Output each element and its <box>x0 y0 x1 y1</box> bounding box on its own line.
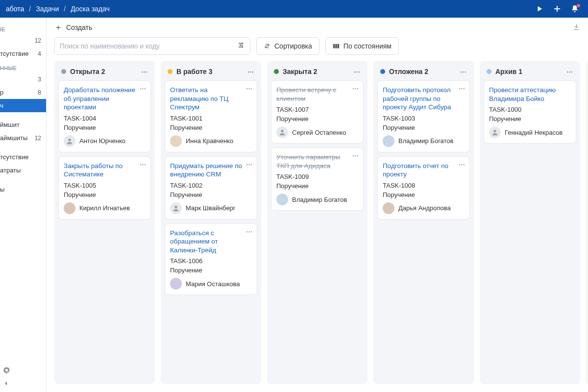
task-card[interactable]: ⋯Закрыть работы по СистематикеTASK-1005П… <box>58 156 151 220</box>
card-menu-icon[interactable]: ⋯ <box>246 85 253 92</box>
column-title: В работе 3 <box>168 68 213 75</box>
task-card[interactable]: ⋯Доработать положение об управлении прое… <box>58 80 151 152</box>
assignee-name: Марк Швайнберг <box>186 204 236 212</box>
card-type: Поручение <box>276 182 358 190</box>
assignee-name: Дарья Андропова <box>398 204 451 212</box>
card-menu-icon[interactable]: ⋯ <box>140 161 147 168</box>
sidebar-item[interactable] <box>0 145 46 150</box>
plus-icon: ＋ <box>54 23 62 33</box>
play-icon[interactable] <box>535 4 544 13</box>
status-dot <box>380 69 385 74</box>
board-column: Открыта 2⋯⋯Доработать положение об управ… <box>54 61 155 384</box>
column-menu-icon[interactable]: ⋯ <box>247 68 254 75</box>
sidebar-item[interactable]: ы <box>0 183 46 196</box>
task-card[interactable]: ⋯Подготовить отчет по проектуTASK-1008По… <box>377 156 470 220</box>
sidebar-count: 3 <box>38 76 41 83</box>
task-card[interactable]: Провести аттестацию Владимира БойкоTASK-… <box>484 80 576 144</box>
sidebar-item[interactable]: 3 <box>0 73 46 86</box>
sidebar-item[interactable]: ч <box>0 99 46 112</box>
plus-icon[interactable] <box>553 4 562 13</box>
avatar <box>276 126 288 138</box>
column-menu-icon[interactable]: ⋯ <box>460 68 467 75</box>
status-dot <box>61 69 66 74</box>
sidebar-item[interactable]: 12 <box>0 34 46 47</box>
sidebar-item[interactable] <box>0 177 46 183</box>
gear-icon[interactable] <box>3 367 10 375</box>
sidebar-label: аймшиты <box>0 134 27 142</box>
svg-point-2 <box>242 47 243 48</box>
task-card[interactable]: ⋯Подготовить протокол рабочей группы по … <box>377 80 470 152</box>
sidebar-item[interactable]: тсутствие <box>0 150 46 164</box>
column-title: Открыта 2 <box>61 68 105 75</box>
card-menu-icon[interactable]: ⋯ <box>140 85 147 92</box>
card-title: Ответить на рекламацию по ТЦ Спектрум <box>170 86 252 112</box>
download-icon[interactable] <box>572 23 580 32</box>
breadcrumb-item[interactable]: Задачи <box>36 5 59 13</box>
topbar: абота / Задачи / Доска задач <box>0 0 588 18</box>
task-card[interactable]: ⋯Ответить на рекламацию по ТЦ СпектрумTA… <box>165 80 257 152</box>
task-card[interactable]: ⋯Уточнить параметры ТКП для АдидасаTASK-… <box>271 147 364 211</box>
avatar <box>170 135 182 147</box>
bell-icon[interactable] <box>570 4 579 13</box>
board-column: В работе 3⋯⋯Ответить на рекламацию по ТЦ… <box>161 61 261 384</box>
card-type: Поручение <box>170 267 252 274</box>
sidebar-label: атраты <box>0 167 21 174</box>
task-card[interactable]: ⋯Провести встречу с клиентомTASK-1007Пор… <box>271 80 364 144</box>
sidebar-item[interactable] <box>0 112 46 118</box>
breadcrumb: абота / Задачи / Доска задач <box>6 5 110 13</box>
column-menu-icon[interactable]: ⋯ <box>566 68 573 75</box>
card-title: Закрыть работы по Систематике <box>64 162 146 179</box>
card-title: Провести встречу с клиентом <box>276 86 358 103</box>
sidebar-count: 4 <box>38 50 41 57</box>
collapse-icon[interactable] <box>3 380 9 388</box>
card-type: Поручение <box>383 124 465 131</box>
column-menu-icon[interactable]: ⋯ <box>141 68 148 75</box>
svg-point-1 <box>240 45 241 46</box>
sidebar-item[interactable]: р8 <box>0 86 46 99</box>
sidebar-label: тсутствие <box>0 153 28 161</box>
sidebar-item[interactable]: атраты <box>0 164 46 177</box>
sidebar-section: ІЕ <box>0 22 46 34</box>
card-type: Поручение <box>64 124 146 131</box>
avatar <box>383 135 394 147</box>
sort-button[interactable]: Сортировка <box>256 37 319 55</box>
sidebar-item[interactable]: ймшит <box>0 118 46 131</box>
sidebar-section: ННЫЕ <box>0 60 46 73</box>
svg-point-4 <box>174 205 177 208</box>
card-type: Поручение <box>276 115 358 122</box>
task-card[interactable]: ⋯Разобраться с обращением от Калинки-Тре… <box>165 223 257 295</box>
card-menu-icon[interactable]: ⋯ <box>246 161 253 168</box>
assignee-name: Кирилл Игнатьев <box>79 204 130 212</box>
state-button[interactable]: По состояниям <box>325 37 399 55</box>
avatar <box>64 135 75 147</box>
card-menu-icon[interactable]: ⋯ <box>459 161 466 168</box>
create-button[interactable]: ＋ Создать <box>54 23 92 33</box>
column-menu-icon[interactable]: ⋯ <box>354 68 361 75</box>
breadcrumb-item[interactable]: Доска задач <box>71 5 110 13</box>
sidebar-item[interactable]: тсутствие4 <box>0 47 46 60</box>
card-type: Поручение <box>170 124 252 131</box>
card-menu-icon[interactable]: ⋯ <box>352 85 359 92</box>
create-label: Создать <box>66 24 92 31</box>
search-input[interactable] <box>60 42 238 50</box>
card-title: Доработать положение об управлении проек… <box>64 86 146 112</box>
assignee-name: Сергей Остапенко <box>292 129 346 136</box>
sidebar-item[interactable]: аймшиты12 <box>0 131 46 145</box>
card-title: Подготовить протокол рабочей группы по п… <box>383 86 465 112</box>
card-code: TASK-1007 <box>276 106 358 113</box>
card-menu-icon[interactable]: ⋯ <box>352 152 359 159</box>
sidebar-count: 12 <box>35 37 41 44</box>
card-title: Придумать решение по внедрению CRM <box>170 162 252 179</box>
svg-point-3 <box>68 138 71 141</box>
avatar <box>276 194 288 205</box>
avatar <box>170 202 182 214</box>
card-menu-icon[interactable]: ⋯ <box>246 228 253 235</box>
filter-icon[interactable] <box>238 42 245 50</box>
card-menu-icon[interactable]: ⋯ <box>459 85 466 92</box>
search <box>54 37 250 55</box>
board: Открыта 2⋯⋯Доработать положение об управ… <box>47 61 588 392</box>
task-card[interactable]: ⋯Придумать решение по внедрению CRMTASK-… <box>165 156 257 220</box>
card-code: TASK-1009 <box>276 173 358 180</box>
sidebar-label: ймшит <box>0 121 20 128</box>
board-column: Архив 1⋯Провести аттестацию Владимира Бо… <box>480 61 580 384</box>
